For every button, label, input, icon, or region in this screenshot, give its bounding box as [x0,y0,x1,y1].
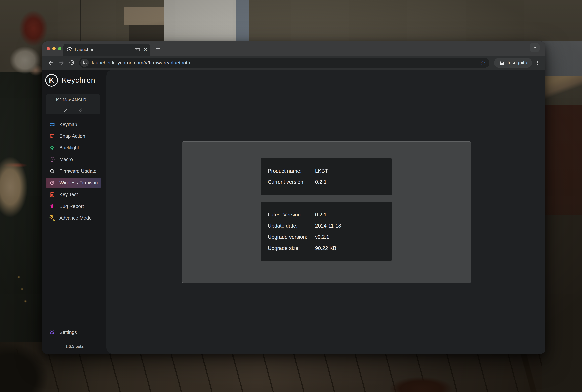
sidebar-item-label: Bug Report [59,204,84,209]
info-row: Upgrade size: 90.22 KB [268,245,392,251]
sidebar-item-advance-mode[interactable]: ⚙ ⚙ Advance Mode [42,212,107,224]
chip-up-icon [49,168,55,174]
tab-close-icon[interactable]: × [144,47,147,53]
sidebar-item-label: Firmware Update [59,168,96,174]
sidebar: K Keychron K3 Max ANSI R... [42,70,107,354]
info-row: Update date: 2024-11-18 [268,223,392,229]
link-icon[interactable] [79,108,83,112]
clipboard-icon [49,192,55,197]
launcher-app: K Keychron K3 Max ANSI R... [42,70,545,354]
app-version: 1.6.3-beta [42,344,107,349]
site-settings-button[interactable] [80,58,89,67]
three-dots-icon [534,60,540,66]
back-button[interactable] [47,58,55,67]
bulb-icon [49,145,55,150]
field-value: 2024-11-18 [315,223,341,229]
bookmark-star-icon[interactable]: ☆ [479,60,487,66]
firmware-panel: Product name: LKBT Current version: 0.2.… [182,141,471,283]
sidebar-item-label: Key Test [59,192,78,197]
forward-arrow-icon [58,60,65,66]
sidebar-item-label: Advance Mode [59,215,92,221]
macos-minimize-button[interactable] [52,47,56,50]
field-label: Upgrade version: [268,234,315,240]
field-value: 90.22 KB [315,245,337,251]
chip-up-icon [49,180,55,186]
field-value: LKBT [315,168,328,174]
keyboard-icon [49,122,55,127]
sidebar-item-label: Settings [59,330,77,335]
field-label: Product name: [268,168,315,174]
update-info-card: Latest Version: 0.2.1 Update date: 2024-… [261,202,392,261]
sidebar-item-label: Snap Action [59,134,85,139]
gears-icon: ⚙ ⚙ [49,215,55,221]
field-value: v0.2.1 [315,234,329,240]
sidebar-item-bug-report[interactable]: Bug Report [42,200,107,212]
tune-icon [82,60,87,66]
bug-icon [49,203,55,209]
sidebar-item-key-test[interactable]: Key Test [42,189,107,200]
tab-title: Launcher [75,47,132,52]
info-row: Latest Version: 0.2.1 [268,212,392,218]
sidebar-menu: Keymap Snap Action [42,118,107,224]
info-row: Product name: LKBT [268,168,392,174]
browser-window: K Launcher × + [42,42,545,354]
gamepad-icon [134,47,140,53]
device-card[interactable]: K3 Max ANSI R... [46,94,100,114]
browser-tab-launcher[interactable]: K Launcher × [63,44,150,56]
link-icon[interactable] [63,108,68,112]
incognito-label: Incognito [507,60,527,66]
sidebar-item-keymap[interactable]: Keymap [42,118,107,130]
keychron-logo-icon: K [45,74,58,87]
incognito-icon [499,60,505,66]
brand-name: Keychron [62,76,95,84]
sidebar-item-wireless-firmware[interactable]: Wireless Firmware [46,178,101,188]
sidebar-item-label: Backlight [59,145,79,150]
reload-button[interactable] [67,58,76,67]
sidebar-item-firmware-update[interactable]: Firmware Update [42,165,107,177]
url-text[interactable]: launcher.keychron.com/#/firmware/bluetoo… [92,60,479,66]
new-tab-button[interactable]: + [153,44,163,53]
gear-icon [49,330,55,335]
tab-search-chevron-button[interactable] [530,43,539,52]
clipboard-icon [49,133,55,139]
info-row: Current version: 0.2.1 [268,179,392,185]
field-label: Upgrade size: [268,245,315,251]
field-label: Update date: [268,223,315,229]
forward-button[interactable] [57,58,66,67]
sidebar-item-snap-action[interactable]: Snap Action [42,130,107,142]
sidebar-item-label: Macro [59,157,73,162]
reload-icon [68,60,75,66]
tab-strip: K Launcher × + [42,42,545,56]
sidebar-item-backlight[interactable]: Backlight [42,142,107,154]
field-value: 0.2.1 [315,179,327,185]
browser-toolbar: launcher.keychron.com/#/firmware/bluetoo… [42,56,545,70]
macos-close-button[interactable] [47,47,50,50]
back-arrow-icon [48,60,54,66]
macos-maximize-button[interactable] [58,47,61,50]
keychron-favicon-icon: K [67,47,72,52]
chevron-down-icon [532,45,537,50]
sidebar-item-macro[interactable]: Macro [42,154,107,165]
field-label: Latest Version: [268,212,315,218]
brand-header: K Keychron [42,70,107,91]
incognito-badge: Incognito [494,58,532,68]
browser-menu-button[interactable] [533,58,541,67]
address-bar[interactable]: launcher.keychron.com/#/firmware/bluetoo… [79,58,489,68]
product-info-card: Product name: LKBT Current version: 0.2.… [261,158,392,195]
info-row: Upgrade version: v0.2.1 [268,234,392,240]
window-controls [42,47,61,50]
field-value: 0.2.1 [315,212,327,218]
device-name: K3 Max ANSI R... [56,97,90,102]
sidebar-item-settings[interactable]: Settings [42,326,107,338]
macro-m-icon [49,156,55,162]
main-content: Product name: LKBT Current version: 0.2.… [107,70,545,354]
field-label: Current version: [268,179,315,185]
sidebar-item-label: Keymap [59,122,77,127]
sidebar-item-label: Wireless Firmware [59,180,99,186]
